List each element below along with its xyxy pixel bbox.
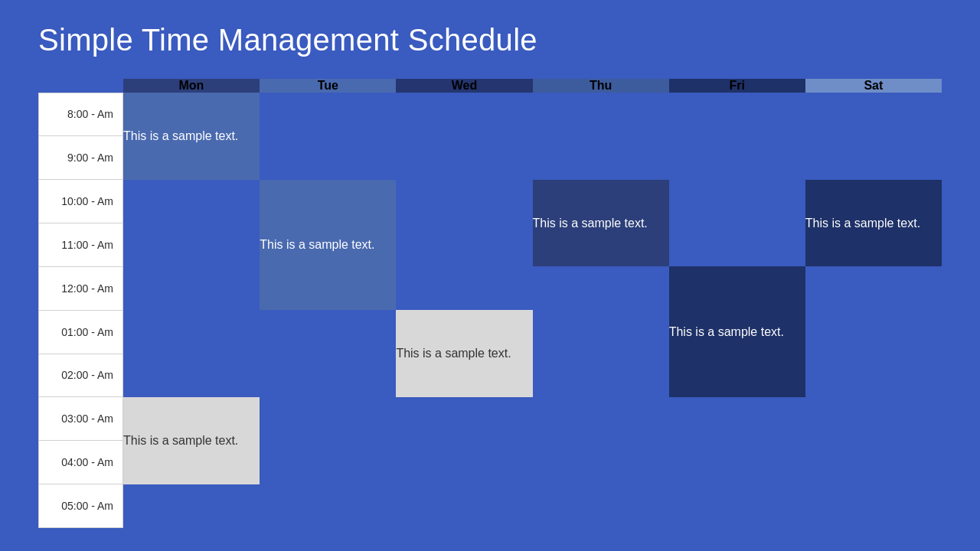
event-tue-10-12: This is a sample text. [260, 180, 396, 311]
cell-tue-5 [260, 484, 396, 528]
cell-tue-1 [260, 310, 396, 354]
cell-thu-9 [533, 136, 669, 180]
time-label-3am: 03:00 - Am [39, 397, 123, 441]
event-thu-10-11: This is a sample text. [533, 180, 669, 267]
cell-wed-8 [396, 93, 532, 136]
table-row: 10:00 - Am This is a sample text. This i… [39, 180, 942, 223]
time-col-header [39, 79, 123, 93]
table-row: 01:00 - Am This is a sample text. [39, 310, 942, 354]
event-mon-3-4: This is a sample text. [123, 397, 260, 484]
cell-mon-2 [123, 354, 260, 397]
time-label-2am: 02:00 - Am [39, 354, 123, 397]
cell-fri-3 [669, 397, 805, 441]
day-header-sat: Sat [805, 79, 942, 93]
cell-wed-12 [396, 266, 532, 310]
time-label-11am: 11:00 - Am [39, 223, 123, 267]
cell-sat-2 [805, 354, 942, 397]
cell-thu-4 [533, 441, 669, 484]
time-label-5am: 05:00 - Am [39, 484, 123, 528]
table-row: 05:00 - Am [39, 484, 942, 528]
cell-thu-8 [533, 93, 669, 136]
cell-tue-8 [260, 93, 396, 136]
cell-sat-4 [805, 441, 942, 484]
time-label-12pm: 12:00 - Am [39, 266, 123, 310]
day-header-tue: Tue [260, 79, 396, 93]
event-mon-8-9: This is a sample text. [123, 93, 260, 180]
cell-tue-4 [260, 441, 396, 484]
event-wed-1-2: This is a sample text. [396, 310, 532, 397]
cell-sat-8 [805, 93, 942, 136]
cell-fri-11 [669, 223, 805, 267]
time-label-10am: 10:00 - Am [39, 180, 123, 223]
cell-mon-12 [123, 266, 260, 310]
table-row: 8:00 - Am This is a sample text. [39, 93, 942, 136]
cell-thu-2 [533, 354, 669, 397]
time-label-4am: 04:00 - Am [39, 441, 123, 484]
time-label-9am: 9:00 - Am [39, 136, 123, 180]
table-row: 12:00 - Am This is a sample text. [39, 266, 942, 310]
cell-wed-10 [396, 180, 532, 223]
cell-thu-1 [533, 310, 669, 354]
cell-sat-3 [805, 397, 942, 441]
page-title: Simple Time Management Schedule [38, 23, 942, 57]
cell-mon-11 [123, 223, 260, 267]
cell-wed-11 [396, 223, 532, 267]
day-header-wed: Wed [396, 79, 532, 93]
cell-tue-2 [260, 354, 396, 397]
cell-mon-10 [123, 180, 260, 223]
table-row: 03:00 - Am This is a sample text. [39, 397, 942, 441]
cell-sat-1 [805, 310, 942, 354]
cell-mon-1 [123, 310, 260, 354]
cell-fri-5 [669, 484, 805, 528]
cell-sat-5 [805, 484, 942, 528]
cell-fri-4 [669, 441, 805, 484]
schedule-table: Mon Tue Wed Thu Fri Sat 8:00 - Am This i… [38, 79, 942, 528]
cell-thu-3 [533, 397, 669, 441]
cell-wed-5 [396, 484, 532, 528]
cell-wed-3 [396, 397, 532, 441]
cell-tue-3 [260, 397, 396, 441]
time-label-8am: 8:00 - Am [39, 93, 123, 136]
cell-fri-9 [669, 136, 805, 180]
event-fri-12-2: This is a sample text. [669, 266, 805, 397]
cell-fri-8 [669, 93, 805, 136]
cell-sat-9 [805, 136, 942, 180]
time-label-1am: 01:00 - Am [39, 310, 123, 354]
cell-wed-9 [396, 136, 532, 180]
cell-thu-5 [533, 484, 669, 528]
cell-mon-5 [123, 484, 260, 528]
cell-tue-9 [260, 136, 396, 180]
cell-wed-4 [396, 441, 532, 484]
cell-thu-12 [533, 266, 669, 310]
cell-fri-10 [669, 180, 805, 223]
event-sat-10-11: This is a sample text. [805, 180, 942, 267]
schedule-wrapper: Mon Tue Wed Thu Fri Sat 8:00 - Am This i… [38, 79, 942, 528]
cell-sat-12 [805, 266, 942, 310]
day-header-fri: Fri [669, 79, 805, 93]
day-header-mon: Mon [123, 79, 260, 93]
day-header-thu: Thu [533, 79, 669, 93]
